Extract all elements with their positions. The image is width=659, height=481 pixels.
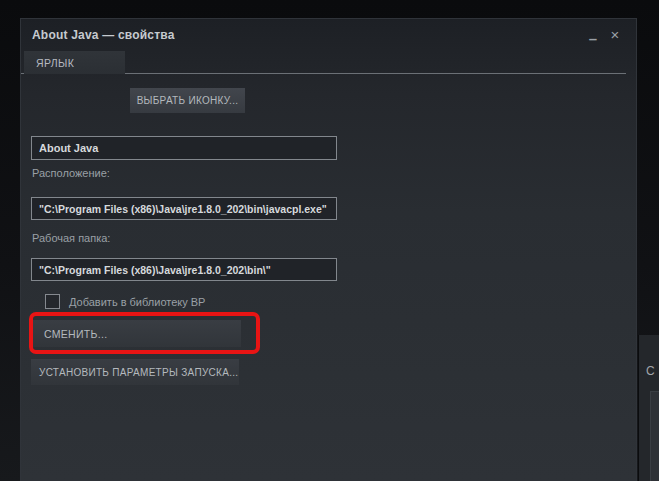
background-window-partial-text: С [646, 364, 655, 378]
background-window-panel [650, 391, 659, 481]
change-button[interactable]: СМЕНИТЬ... [31, 320, 241, 347]
workdir-input[interactable] [31, 258, 337, 281]
workdir-label: Рабочая папка: [32, 232, 110, 244]
properties-dialog: About Java — свойства – × ЯРЛЫК ВЫБРАТЬ … [20, 18, 637, 481]
set-launch-options-button[interactable]: УСТАНОВИТЬ ПАРАМЕТРЫ ЗАПУСКА... [31, 359, 239, 385]
minimize-icon: – [589, 31, 597, 46]
background-window-sliver: С [638, 335, 659, 481]
tab-shortcut-label: ЯРЛЫК [36, 57, 74, 69]
location-label: Расположение: [32, 167, 110, 179]
vr-library-checkbox[interactable] [45, 294, 60, 309]
location-input[interactable] [31, 197, 337, 220]
window-controls: – × [584, 23, 624, 45]
vr-library-checkbox-label: Добавить в библиотеку ВР [69, 296, 205, 308]
close-button[interactable]: × [606, 23, 624, 45]
set-launch-options-button-label: УСТАНОВИТЬ ПАРАМЕТРЫ ЗАПУСКА... [39, 367, 238, 378]
choose-icon-button[interactable]: ВЫБРАТЬ ИКОНКУ... [130, 88, 245, 113]
choose-icon-button-label: ВЫБРАТЬ ИКОНКУ... [137, 95, 239, 106]
titlebar: About Java — свойства – × [21, 19, 636, 51]
window-title: About Java — свойства [32, 28, 175, 42]
close-icon: × [611, 27, 620, 42]
shortcut-name-input[interactable] [31, 136, 337, 160]
tab-shortcut[interactable]: ЯРЛЫК [24, 51, 125, 74]
minimize-button[interactable]: – [584, 23, 602, 45]
change-button-label: СМЕНИТЬ... [44, 328, 107, 340]
